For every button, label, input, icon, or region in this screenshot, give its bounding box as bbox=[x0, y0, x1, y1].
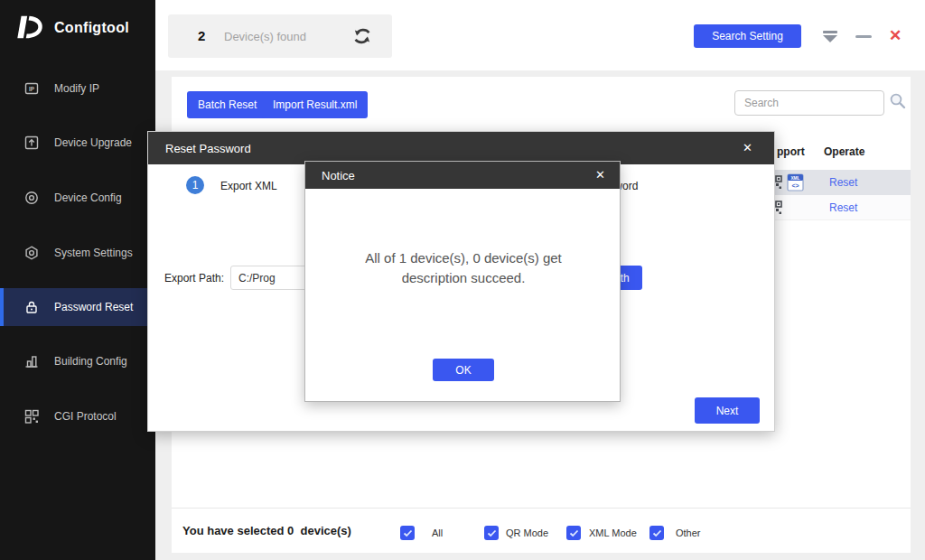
system-settings-icon bbox=[23, 245, 40, 261]
dialog-title: Reset Password bbox=[165, 142, 251, 155]
brand-logo-icon bbox=[14, 13, 45, 43]
dialog-titlebar: Reset Password ✕ bbox=[148, 132, 774, 164]
notice-dialog: Notice ✕ All of 1 device(s), 0 device(s)… bbox=[304, 161, 621, 402]
close-icon[interactable]: ✕ bbox=[595, 168, 605, 182]
selected-count-text: You have selected 0 device(s) bbox=[182, 524, 351, 537]
checkbox-label-qr-mode: QR Mode bbox=[506, 527, 548, 538]
minimize-to-tray-icon[interactable] bbox=[823, 31, 837, 42]
checkbox-label-xml-mode: XML Mode bbox=[589, 527, 637, 538]
refresh-icon[interactable] bbox=[352, 26, 372, 46]
sidebar-item-modify-ip[interactable]: IP Modify IP bbox=[0, 70, 155, 107]
modify-ip-icon: IP bbox=[23, 80, 40, 97]
check-icon bbox=[652, 529, 662, 537]
app-title: Configtool bbox=[54, 20, 129, 36]
sidebar-item-label: System Settings bbox=[54, 247, 133, 259]
checkbox-label-other: Other bbox=[676, 527, 701, 538]
checkbox-all[interactable] bbox=[400, 526, 415, 540]
sidebar-item-building-config[interactable]: Building Config bbox=[0, 342, 155, 380]
minimize-icon[interactable] bbox=[855, 35, 872, 38]
device-config-icon bbox=[23, 190, 40, 206]
configtool-window: Configtool IP Modify IP Device Upgrade D… bbox=[0, 0, 925, 560]
sidebar-item-label: Password Reset bbox=[54, 301, 133, 313]
check-icon bbox=[403, 529, 413, 537]
batch-reset-button[interactable]: Batch Reset bbox=[187, 91, 267, 118]
step-1-circle: 1 bbox=[186, 176, 204, 194]
svg-text:IP: IP bbox=[29, 86, 35, 92]
checkbox-other[interactable] bbox=[649, 526, 664, 540]
dialog-title: Notice bbox=[322, 169, 355, 182]
reset-link[interactable]: Reset bbox=[829, 201, 857, 214]
sidebar-item-label: CGI Protocol bbox=[54, 410, 117, 423]
checkbox-qr-mode[interactable] bbox=[484, 526, 499, 540]
search-setting-button[interactable]: Search Setting bbox=[694, 24, 801, 48]
svg-text:XML: XML bbox=[790, 176, 799, 181]
close-icon[interactable]: ✕ bbox=[743, 141, 752, 154]
close-icon[interactable]: ✕ bbox=[889, 26, 902, 45]
app-logo: Configtool bbox=[14, 13, 129, 43]
qr-grid-icon bbox=[23, 408, 40, 425]
sidebar-item-label: Building Config bbox=[54, 355, 127, 368]
import-result-button[interactable]: Import Result.xml bbox=[262, 91, 368, 118]
sidebar-item-label: Modify IP bbox=[54, 82, 99, 95]
search-input[interactable] bbox=[734, 90, 884, 116]
sidebar-item-system-settings[interactable]: System Settings bbox=[0, 234, 155, 272]
table-header-operate: Operate bbox=[824, 145, 864, 158]
table-header-support: pport bbox=[777, 145, 805, 158]
search-icon[interactable] bbox=[889, 92, 907, 110]
checkbox-xml-mode[interactable] bbox=[566, 526, 581, 540]
search-box bbox=[734, 90, 884, 116]
selection-footer: You have selected 0 device(s) All QR Mod… bbox=[172, 508, 911, 553]
device-count-label: Device(s) found bbox=[224, 30, 306, 43]
ok-button[interactable]: OK bbox=[433, 359, 494, 381]
xml-file-icon: XML <> bbox=[787, 173, 804, 191]
device-count-bar: 2 Device(s) found bbox=[168, 14, 392, 58]
dialog-titlebar: Notice ✕ bbox=[305, 162, 620, 189]
sidebar-item-cgi-protocol[interactable]: CGI Protocol bbox=[0, 397, 155, 435]
sidebar-item-device-upgrade[interactable]: Device Upgrade bbox=[0, 124, 155, 162]
export-path-label: Export Path: bbox=[164, 272, 224, 285]
sidebar-item-password-reset[interactable]: Password Reset bbox=[0, 288, 155, 326]
building-icon bbox=[23, 353, 40, 369]
device-count: 2 bbox=[198, 28, 205, 43]
checkbox-label-all: All bbox=[432, 527, 443, 538]
sidebar: Configtool IP Modify IP Device Upgrade D… bbox=[0, 0, 155, 560]
reset-link[interactable]: Reset bbox=[829, 176, 857, 189]
check-icon bbox=[487, 529, 497, 537]
next-button[interactable]: Next bbox=[695, 397, 760, 424]
sidebar-item-label: Device Config bbox=[54, 191, 122, 204]
sidebar-item-label: Device Upgrade bbox=[54, 136, 132, 149]
lock-icon bbox=[23, 299, 40, 315]
device-upgrade-icon bbox=[23, 135, 40, 151]
svg-text:<>: <> bbox=[791, 182, 799, 189]
step-1-label: Export XML bbox=[220, 180, 277, 192]
notice-message: All of 1 device(s), 0 device(s) get desc… bbox=[346, 248, 581, 288]
sidebar-item-device-config[interactable]: Device Config bbox=[0, 179, 155, 217]
check-icon bbox=[569, 529, 579, 537]
